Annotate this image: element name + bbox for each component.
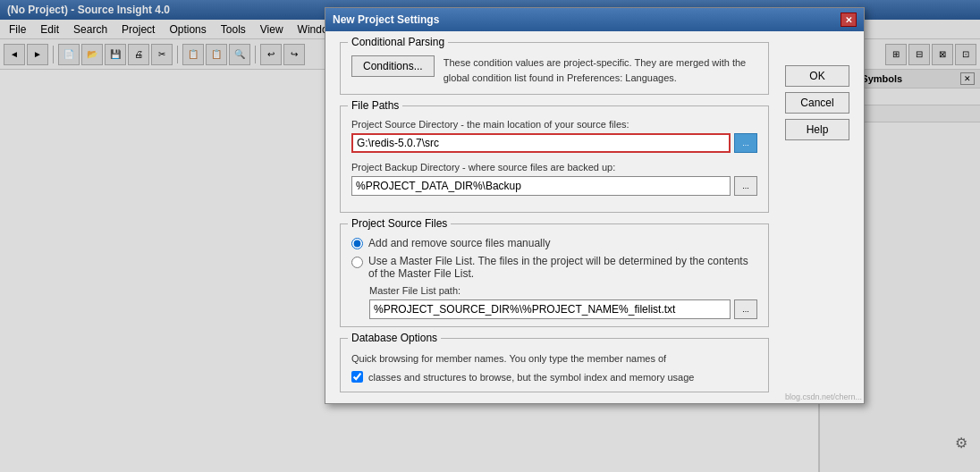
radio-master-label: Use a Master File List. The files in the… [368,255,757,280]
dialog-close-btn[interactable]: ✕ [841,13,857,27]
master-browse-icon: ... [742,305,749,314]
dialog-overlay: New Project Settings ✕ OK Cancel Help Co… [0,0,980,472]
master-file-path-label: Master File List path: [369,285,757,296]
cancel-button[interactable]: Cancel [785,92,849,114]
file-paths-section: File Paths Project Source Directory - th… [340,105,769,213]
help-button[interactable]: Help [785,119,849,140]
db-options-section: Database Options Quick browsing for memb… [340,338,769,392]
db-options-checkbox[interactable] [351,371,363,383]
dialog-titlebar: New Project Settings ✕ [325,8,864,31]
db-options-label: Database Options [348,332,441,344]
radio-master[interactable] [351,257,363,268]
radio-manual[interactable] [351,238,363,249]
browse-icon: ... [742,139,749,148]
action-buttons: OK Cancel Help [785,65,849,140]
backup-dir-label: Project Backup Directory - where source … [351,162,757,173]
source-dir-label: Project Source Directory - the main loca… [351,119,757,130]
conditions-button[interactable]: Conditions... [351,55,435,77]
new-project-dialog: New Project Settings ✕ OK Cancel Help Co… [325,7,865,404]
db-options-checkbox-row: classes and structures to browse, but th… [351,370,757,385]
backup-dir-input[interactable] [351,176,731,196]
source-dir-browse-btn[interactable]: ... [734,133,757,153]
dialog-title: New Project Settings [333,13,439,26]
watermark: blog.csdn.net/chern... [783,391,864,403]
radio-manual-row: Add and remove source files manually [351,237,757,249]
backup-dir-browse-btn[interactable]: ... [734,176,757,196]
radio-manual-label: Add and remove source files manually [368,237,550,249]
source-dir-row: ... [351,133,757,153]
db-options-description: Quick browsing for member names. You onl… [351,351,757,367]
master-file-path-input[interactable] [369,299,731,319]
source-files-section: Project Source Files Add and remove sour… [340,223,769,327]
backup-browse-icon: ... [742,181,749,190]
db-options-checkbox-label: classes and structures to browse, but th… [368,370,694,385]
ok-button[interactable]: OK [785,65,849,87]
source-files-label: Project Source Files [348,217,451,230]
file-paths-section-label: File Paths [348,99,402,112]
master-file-browse-btn[interactable]: ... [734,299,757,319]
backup-dir-row: ... [351,176,757,196]
conditional-parsing-description: These condition values are project-speci… [444,55,757,85]
source-dir-input[interactable] [351,133,731,153]
radio-master-row: Use a Master File List. The files in the… [351,255,757,280]
conditional-parsing-section: Conditional Parsing Conditions... These … [340,42,769,95]
conditional-parsing-label: Conditional Parsing [348,36,448,48]
dialog-body: OK Cancel Help Conditional Parsing Condi… [325,31,864,403]
conditional-parsing-content: Conditions... These condition values are… [351,55,757,85]
master-file-path-row: ... [369,299,757,319]
